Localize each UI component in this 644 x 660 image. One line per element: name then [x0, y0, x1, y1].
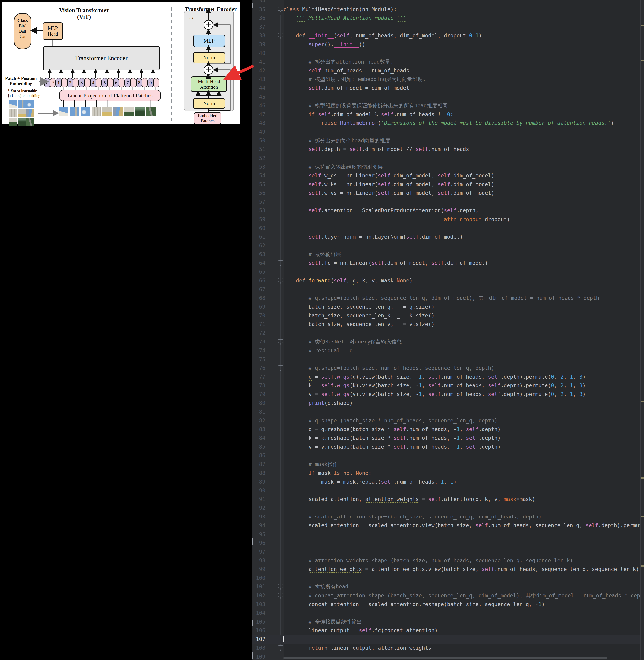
code-line[interactable]: 60: [252, 224, 644, 232]
inspection-mark[interactable]: [641, 477, 644, 479]
fold-region-icon[interactable]: [278, 645, 283, 652]
code-line[interactable]: 69 batch_size, sequence_len_q, _ = q.siz…: [252, 302, 644, 311]
line-number[interactable]: 81: [252, 409, 265, 415]
horizontal-scrollbar[interactable]: [283, 657, 607, 659]
line-number[interactable]: 62: [252, 243, 265, 249]
code-line[interactable]: 86: [252, 451, 644, 460]
line-number[interactable]: 103: [252, 601, 265, 607]
code-line[interactable]: 46 # 模型维度的设置要保证能使拆分出来的所有head维度相同: [252, 101, 644, 110]
line-number[interactable]: 80: [252, 400, 265, 406]
line-number[interactable]: 48: [252, 120, 265, 126]
line-number[interactable]: 69: [252, 304, 265, 310]
line-number[interactable]: 76: [252, 365, 265, 371]
inspection-mark[interactable]: [641, 401, 644, 402]
code-line[interactable]: 43 # 模型维度，例如: embedding层为词向量维度.: [252, 75, 644, 84]
code-line[interactable]: 48 raise RuntimeError('Dimensions of the…: [252, 119, 644, 128]
code-line[interactable]: 54 self.w_qs = nn.Linear(self.dim_of_mod…: [252, 171, 644, 180]
code-line[interactable]: 73 # 类似ResNet，对query保留输入信息: [252, 337, 644, 346]
code-line[interactable]: 94 scaled_attention = scaled_attention.v…: [252, 521, 644, 530]
line-number[interactable]: 36: [252, 15, 265, 21]
line-number[interactable]: 94: [252, 522, 265, 528]
line-number[interactable]: 34: [252, 0, 265, 4]
line-number[interactable]: 40: [252, 50, 265, 56]
line-number[interactable]: 71: [252, 321, 265, 327]
line-number[interactable]: 47: [252, 111, 265, 117]
code-line[interactable]: 92: [252, 504, 644, 513]
code-line[interactable]: 98 # attention_weights.shape=(batch_size…: [252, 556, 644, 565]
line-number[interactable]: 57: [252, 199, 265, 205]
fold-collapse-icon[interactable]: [278, 33, 283, 40]
line-number[interactable]: 96: [252, 540, 265, 546]
fold-region-icon[interactable]: [278, 365, 283, 372]
code-line[interactable]: 40: [252, 49, 644, 58]
code-line[interactable]: 53 # 保持输入输出维度的仿射变换: [252, 162, 644, 171]
line-number[interactable]: 64: [252, 260, 265, 266]
line-number[interactable]: 106: [252, 628, 265, 633]
code-line[interactable]: 74 # residual = q: [252, 346, 644, 355]
line-number[interactable]: 58: [252, 207, 265, 213]
code-line[interactable]: 81: [252, 408, 644, 416]
code-line[interactable]: 59 attn_dropout=dropout): [252, 215, 644, 224]
line-number[interactable]: 65: [252, 269, 265, 275]
code-line[interactable]: 89 mask = mask.repeat(self.num_of_heads,…: [252, 477, 644, 486]
fold-collapse-icon[interactable]: [278, 6, 283, 14]
line-number[interactable]: 89: [252, 479, 265, 485]
code-line[interactable]: 38 def __init__(self, num_of_heads, dim_…: [252, 31, 644, 40]
line-number[interactable]: 39: [252, 41, 265, 47]
line-number[interactable]: 59: [252, 217, 265, 222]
code-line[interactable]: 41 # 拆分出的attention head数量.: [252, 58, 644, 66]
fold-region-icon[interactable]: [278, 593, 283, 600]
line-number[interactable]: 87: [252, 461, 265, 467]
line-number[interactable]: 68: [252, 295, 265, 301]
line-number[interactable]: 97: [252, 549, 265, 555]
line-number[interactable]: 95: [252, 531, 265, 537]
line-number[interactable]: 67: [252, 287, 265, 292]
code-line[interactable]: 37: [252, 22, 644, 31]
code-line[interactable]: 39 super().__init__(): [252, 40, 644, 49]
line-number[interactable]: 53: [252, 164, 265, 170]
code-line[interactable]: 35class MultiHeadAttention(nn.Module):: [252, 5, 644, 14]
code-line[interactable]: 63 # 最终输出层: [252, 250, 644, 259]
line-number[interactable]: 104: [252, 610, 265, 616]
line-number[interactable]: 72: [252, 330, 265, 336]
code-line[interactable]: 62: [252, 241, 644, 250]
code-line[interactable]: 34: [252, 0, 644, 5]
code-line[interactable]: 85 v = v.reshape(batch_size * self.num_o…: [252, 442, 644, 451]
code-line[interactable]: 95: [252, 530, 644, 539]
code-line[interactable]: 75: [252, 355, 644, 364]
code-line[interactable]: 108 return linear_output, attention_weig…: [252, 643, 644, 652]
line-number[interactable]: 63: [252, 251, 265, 257]
code-line[interactable]: 71 batch_size, sequence_len_v, _ = v.siz…: [252, 320, 644, 328]
code-line[interactable]: 58 self.attention = ScaledDotProductAtte…: [252, 206, 644, 215]
code-line[interactable]: 83 q = q.reshape(batch_size * self.num_o…: [252, 425, 644, 434]
code-line[interactable]: 56 self.w_vs = nn.Linear(self.dim_of_mod…: [252, 189, 644, 198]
code-line[interactable]: 96: [252, 539, 644, 547]
code-line[interactable]: 76 # q.shape=(batch_size, num_of_heads, …: [252, 364, 644, 372]
line-number[interactable]: 55: [252, 181, 265, 187]
line-number[interactable]: 92: [252, 505, 265, 511]
line-number[interactable]: 74: [252, 348, 265, 354]
code-line[interactable]: 45: [252, 93, 644, 101]
code-line[interactable]: 68 # q.shape=(batch_size, sequence_len_q…: [252, 294, 644, 302]
code-line[interactable]: 47 if self.dim_of_model % self.num_of_he…: [252, 110, 644, 119]
code-line[interactable]: 44 self.dim_of_model = dim_of_model: [252, 84, 644, 92]
code-line[interactable]: 82 # q.shape=(batch_size * num_of_heads,…: [252, 416, 644, 425]
line-number[interactable]: 66: [252, 278, 265, 283]
code-line[interactable]: 90: [252, 486, 644, 495]
line-number[interactable]: 88: [252, 470, 265, 476]
line-number[interactable]: 82: [252, 417, 265, 424]
line-number[interactable]: 54: [252, 173, 265, 179]
code-line[interactable]: 49: [252, 128, 644, 136]
fold-region-icon[interactable]: [278, 260, 283, 267]
line-number[interactable]: 102: [252, 593, 265, 598]
line-number[interactable]: 91: [252, 496, 265, 502]
code-line[interactable]: 72: [252, 328, 644, 337]
code-line[interactable]: 104: [252, 609, 644, 617]
code-line[interactable]: 80 print(q.shape): [252, 399, 644, 407]
code-line[interactable]: 87 # mask操作: [252, 460, 644, 469]
line-number[interactable]: 45: [252, 94, 265, 100]
inspection-mark[interactable]: [641, 516, 644, 517]
inspection-mark[interactable]: [641, 25, 644, 26]
code-line[interactable]: 106 linear_output = self.fc(concat_atten…: [252, 626, 644, 635]
line-number[interactable]: 38: [252, 33, 265, 39]
